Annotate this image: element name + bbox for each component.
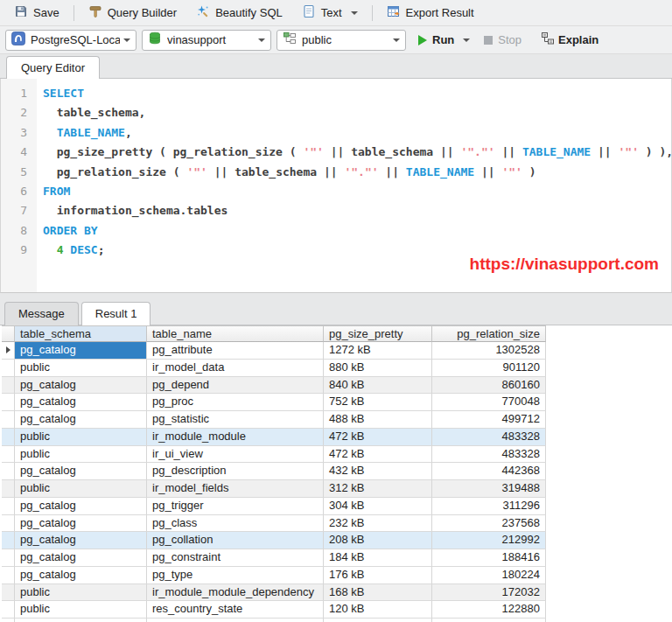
grid-cell[interactable]: pg_catalog: [15, 549, 147, 567]
grid-cell[interactable]: pg_catalog: [15, 463, 147, 480]
grid-cell[interactable]: res_country_state: [147, 601, 324, 619]
grid-cell[interactable]: 1272 kB: [324, 342, 432, 360]
row-gutter-cell[interactable]: [2, 584, 15, 602]
grid-cell[interactable]: public: [15, 360, 147, 377]
sql-editor[interactable]: 123456789 SELECT table_schema, TABLE_NAM…: [0, 79, 672, 293]
grid-cell[interactable]: ir_ui_view: [147, 446, 324, 464]
save-button[interactable]: Save: [5, 1, 68, 24]
grid-cell[interactable]: pg_catalog: [15, 411, 147, 429]
explain-button[interactable]: Explain: [541, 31, 598, 49]
grid-cell[interactable]: 188416: [432, 549, 546, 567]
row-gutter-cell[interactable]: [2, 342, 15, 360]
grid-cell[interactable]: pg_proc: [147, 394, 324, 411]
beautify-sql-button[interactable]: Beautify SQL: [187, 1, 291, 24]
row-gutter-cell[interactable]: [2, 601, 15, 619]
grid-cell[interactable]: pg_statistic: [147, 411, 324, 429]
tab-message[interactable]: Message: [4, 302, 79, 325]
grid-cell[interactable]: pg_catalog: [15, 515, 147, 533]
table-row[interactable]: pg_catalogpg_constraint184 kB188416: [2, 549, 546, 567]
grid-cell[interactable]: 901120: [432, 360, 546, 377]
table-row[interactable]: pg_catalogpg_description432 kB442368: [2, 463, 546, 480]
grid-cell[interactable]: 120 kB: [324, 601, 432, 619]
grid-cell[interactable]: 1302528: [432, 342, 546, 360]
row-gutter-cell[interactable]: [2, 411, 15, 429]
table-row[interactable]: publicir_model_fields312 kB319488: [2, 480, 546, 498]
grid-cell[interactable]: 212992: [432, 532, 546, 549]
table-row[interactable]: pg_catalogpg_depend840 kB860160: [2, 377, 546, 395]
grid-cell[interactable]: ir_module_module_dependency: [147, 584, 324, 602]
grid-cell[interactable]: 312 kB: [324, 480, 432, 498]
grid-corner-cell[interactable]: [2, 325, 15, 342]
table-row[interactable]: publicir_model_data880 kB901120: [2, 360, 546, 377]
grid-cell[interactable]: pg_catalog: [15, 498, 147, 515]
table-row[interactable]: pg_catalogpg_statistic488 kB499712: [2, 411, 546, 429]
database-select[interactable]: vinasupport: [142, 30, 271, 51]
row-gutter-cell[interactable]: [2, 463, 15, 480]
row-gutter-cell[interactable]: [2, 446, 15, 464]
grid-cell[interactable]: pg_class: [147, 515, 324, 533]
grid-cell[interactable]: 880 kB: [324, 360, 432, 377]
grid-cell[interactable]: 304 kB: [324, 498, 432, 515]
grid-cell[interactable]: 860160: [432, 377, 546, 395]
chevron-down-icon[interactable]: [463, 38, 470, 42]
grid-cell[interactable]: 122880: [432, 601, 546, 619]
grid-cell[interactable]: ir_model_fields: [147, 480, 324, 498]
grid-cell[interactable]: pg_catalog: [15, 567, 147, 584]
row-gutter-cell[interactable]: [2, 498, 15, 515]
row-gutter-cell[interactable]: [2, 549, 15, 567]
table-row[interactable]: publicir_module_module472 kB483328: [2, 429, 546, 446]
schema-select[interactable]: public: [276, 30, 406, 51]
table-row[interactable]: publicir_ui_view472 kB483328: [2, 446, 546, 464]
table-row[interactable]: pg_catalogpg_class232 kB237568: [2, 515, 546, 533]
connection-select[interactable]: PostgreSQL-Local: [5, 30, 136, 51]
grid-cell[interactable]: 442368: [432, 463, 546, 480]
table-row[interactable]: pg_catalogpg_proc752 kB770048: [2, 394, 546, 411]
grid-cell[interactable]: public: [15, 446, 147, 464]
table-row[interactable]: pg_catalogpg_collation208 kB212992: [2, 532, 546, 549]
table-row[interactable]: pg_catalogpg_trigger304 kB311296: [2, 498, 546, 515]
row-gutter-cell[interactable]: [2, 532, 15, 549]
grid-cell[interactable]: pg_catalog: [15, 377, 147, 395]
stop-button[interactable]: Stop: [484, 33, 522, 46]
row-gutter-cell[interactable]: [2, 567, 15, 584]
table-row[interactable]: pg_catalogpg_type176 kB180224: [2, 567, 546, 584]
export-result-button[interactable]: Export Result: [378, 1, 483, 24]
grid-cell[interactable]: pg_depend: [147, 377, 324, 395]
grid-cell[interactable]: 483328: [432, 429, 546, 446]
grid-cell[interactable]: ir_module_module: [147, 429, 324, 446]
grid-cell[interactable]: 432 kB: [324, 463, 432, 480]
grid-cell[interactable]: 311296: [432, 498, 546, 515]
grid-cell[interactable]: 752 kB: [324, 394, 432, 411]
grid-cell[interactable]: 840 kB: [324, 377, 432, 395]
grid-cell[interactable]: pg_collation: [147, 532, 324, 549]
grid-cell[interactable]: 483328: [432, 446, 546, 464]
grid-cell[interactable]: 168 kB: [324, 584, 432, 602]
column-header-pg_relation_size[interactable]: pg_relation_size: [432, 325, 546, 342]
text-format-button[interactable]: Text: [293, 1, 367, 24]
grid-cell[interactable]: pg_catalog: [15, 394, 147, 411]
column-header-pg_size_pretty[interactable]: pg_size_pretty: [324, 325, 432, 342]
grid-cell[interactable]: 184 kB: [324, 549, 432, 567]
grid-cell[interactable]: pg_trigger: [147, 498, 324, 515]
row-gutter-cell[interactable]: [2, 377, 15, 395]
grid-cell[interactable]: 770048: [432, 394, 546, 411]
grid-cell[interactable]: 176 kB: [324, 567, 432, 584]
row-gutter-cell[interactable]: [2, 394, 15, 411]
column-header-table_schema[interactable]: table_schema: [15, 325, 147, 342]
grid-cell[interactable]: pg_constraint: [147, 549, 324, 567]
grid-cell[interactable]: 472 kB: [324, 446, 432, 464]
grid-cell[interactable]: 172032: [432, 584, 546, 602]
grid-cell[interactable]: public: [15, 601, 147, 619]
grid-cell[interactable]: public: [15, 429, 147, 446]
grid-cell[interactable]: public: [15, 480, 147, 498]
grid-cell[interactable]: 237568: [432, 515, 546, 533]
row-gutter-cell[interactable]: [2, 480, 15, 498]
row-gutter-cell[interactable]: [2, 360, 15, 377]
grid-cell[interactable]: pg_description: [147, 463, 324, 480]
table-row[interactable]: publicir_module_module_dependency168 kB1…: [2, 584, 546, 602]
grid-cell[interactable]: 499712: [432, 411, 546, 429]
grid-cell[interactable]: 208 kB: [324, 532, 432, 549]
grid-cell[interactable]: ir_model_data: [147, 360, 324, 377]
column-header-table_name[interactable]: table_name: [147, 325, 324, 342]
grid-cell[interactable]: public: [15, 584, 147, 602]
